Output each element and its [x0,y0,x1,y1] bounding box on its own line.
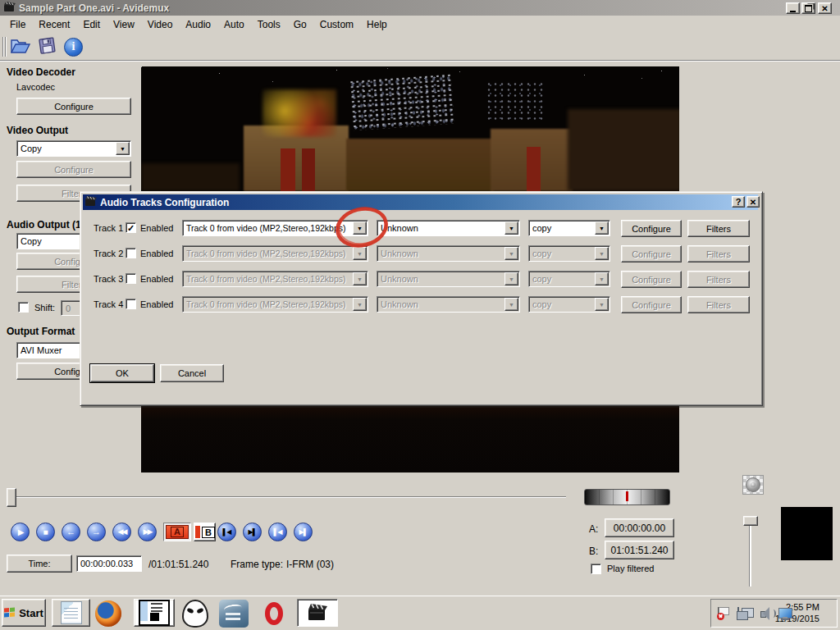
skip-forward-black-icon: ▶▌ [249,529,257,536]
save-icon[interactable] [38,37,57,57]
track-1-enabled-checkbox[interactable]: ✓ [126,222,136,233]
menu-help[interactable]: Help [360,17,394,32]
video-decoder-configure-button[interactable]: Configure [16,98,131,115]
cancel-button[interactable]: Cancel [160,364,224,382]
video-output-select[interactable]: Copy ▼ [16,140,131,157]
stop-button[interactable]: ■ [36,523,55,541]
time-button[interactable]: Time: [7,555,72,573]
seek-slider-handle[interactable] [7,488,16,507]
toolbar-gripper[interactable] [3,37,6,57]
chevron-down-icon: ▼ [353,272,367,285]
menu-edit[interactable]: Edit [76,17,107,32]
duration-label: /01:01:51.240 [148,559,208,570]
track-4-configure-button: Configure [621,296,682,313]
play-filtered-checkbox[interactable] [591,564,601,574]
rewind-button[interactable]: ◀◀ [112,523,131,541]
shift-checkbox[interactable] [18,302,29,313]
close-button[interactable]: ✕ [818,2,832,14]
marker-b-icon: B [202,527,215,538]
chevron-down-icon[interactable]: ▼ [116,142,130,155]
foobar-alien-icon [182,600,208,628]
track-2-label: Track 2 [94,249,123,258]
track-1-mode-select[interactable]: copy ▼ [528,220,610,236]
taskbar-app-foobar2000[interactable] [181,600,209,628]
toolbar-separator [0,60,840,62]
dialog-close-button[interactable]: ✕ [746,196,760,208]
tray-clock[interactable]: 2:55 PM 11/19/2015 [769,601,819,624]
chevron-down-icon[interactable]: ▼ [504,221,518,235]
next-black-frame-button[interactable]: ▶▌ [243,523,262,541]
track-1-filters-button[interactable]: Filters [687,220,750,237]
seek-slider-track[interactable] [11,496,566,498]
taskbar-app-openoffice[interactable] [219,600,249,628]
taskbar-app-notepad[interactable] [52,599,90,627]
track-1-configure-button[interactable]: Configure [621,220,682,237]
next-frame-button[interactable]: → [87,523,106,541]
menu-tools[interactable]: Tools [251,17,287,32]
security-alert-icon[interactable] [716,607,729,620]
taskbar-app-opera[interactable] [261,600,287,627]
fast-forward-icon: ▶▶ [144,528,152,536]
title-bar[interactable]: Sample Part One.avi - Avidemux ✕ [0,0,840,16]
previous-frame-button[interactable]: ← [62,523,80,541]
volume-slider-handle[interactable] [743,516,758,526]
check-icon: ✓ [127,224,135,232]
menu-auto[interactable]: Auto [217,17,251,32]
menu-view[interactable]: View [107,17,141,32]
chevron-down-icon[interactable]: ▼ [595,221,609,235]
next-keyframe-button[interactable]: ▶▌ [294,523,313,541]
track-2-filters-button: Filters [687,245,750,262]
avidemux-window: Sample Part One.avi - Avidemux ✕ File Re… [0,0,840,630]
menu-go[interactable]: Go [287,17,313,32]
menu-custom[interactable]: Custom [313,17,360,32]
marker-b-button[interactable]: B [194,523,216,541]
volume-slider-track[interactable] [749,525,751,587]
minimize-button[interactable] [786,2,800,14]
skip-back-icon: ▌◀ [274,529,282,536]
menu-audio[interactable]: Audio [179,17,217,32]
track-3-label: Track 3 [94,274,123,284]
taskbar-app-file-manager[interactable] [134,599,175,627]
chevron-down-icon: ▼ [595,247,609,260]
taskbar-app-avidemux[interactable] [297,599,338,627]
mute-button[interactable] [742,475,764,495]
menu-video[interactable]: Video [141,17,179,32]
open-file-icon[interactable] [10,37,31,57]
track-2-enabled-checkbox[interactable] [126,248,136,258]
restore-button[interactable] [801,2,815,14]
restore-icon [805,5,812,12]
marker-b-time-button[interactable]: 01:01:51.240 [605,541,674,559]
fast-forward-button[interactable]: ▶▶ [138,523,157,541]
track-1-codec-select[interactable]: Unknown ▼ [377,220,520,236]
jog-wheel[interactable] [584,489,670,505]
previous-black-frame-button[interactable]: ▌◀ [217,523,236,541]
start-button[interactable]: Start [2,599,46,627]
marker-a-button[interactable]: A [163,523,191,541]
show-desktop-icon[interactable] [778,607,793,620]
output-format-heading: Output Format [7,326,75,337]
network-icon[interactable] [737,607,753,620]
minimize-icon [790,11,796,12]
track-3-enabled-checkbox[interactable] [126,273,136,284]
play-button[interactable]: ▶ [11,523,30,541]
dialog-help-button[interactable]: ? [732,196,745,208]
time-input[interactable] [76,555,142,572]
jog-center-mark [626,491,628,501]
clock-date: 11/19/2015 [769,613,819,624]
menu-recent[interactable]: Recent [32,17,76,32]
video-decoder-heading: Video Decoder [7,66,75,78]
close-icon: ✕ [821,4,828,13]
track-4-enabled-checkbox[interactable] [126,299,136,309]
track-3-source-select: Track 0 from video (MP2,Stereo,192kbps) … [182,271,368,287]
ok-button[interactable]: OK [90,364,154,382]
track-4-filters-button: Filters [687,296,750,313]
previous-keyframe-button[interactable]: ▌◀ [268,523,287,541]
menu-file[interactable]: File [3,17,32,32]
taskbar-app-firefox[interactable] [95,600,121,627]
information-icon[interactable]: i [64,38,83,57]
dialog-title-bar[interactable]: Audio Tracks Configuration ? ✕ [83,194,758,210]
track-4-mode-select: copy ▼ [528,296,610,313]
close-icon: ✕ [750,198,756,207]
marker-b-strip [195,526,200,538]
marker-a-time-button[interactable]: 00:00:00.00 [605,518,674,537]
